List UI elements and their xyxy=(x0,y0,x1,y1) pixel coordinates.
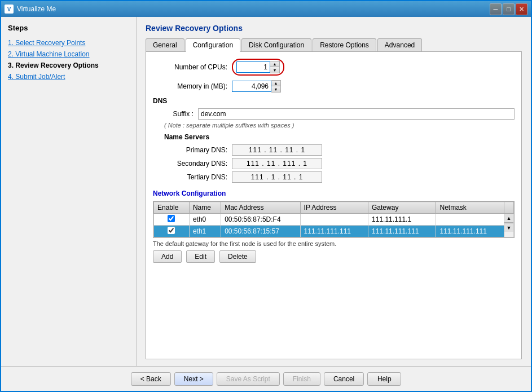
delete-button[interactable]: Delete xyxy=(219,250,256,263)
tab-restore-options[interactable]: Restore Options xyxy=(313,38,376,51)
network-table-wrap: Enable Name Mac Address IP Address Gatew… xyxy=(153,201,515,238)
eth1-netmask-cell: 111.11.111.111 xyxy=(436,226,504,237)
tertiary-dns-value: 111 . 1 . 11 . 1 xyxy=(232,171,322,183)
memory-label: Memory in (MB): xyxy=(153,82,232,90)
cpu-label: Number of CPUs: xyxy=(153,63,232,71)
network-row-eth1[interactable]: eth1 00:50:56:87:15:57 111.11.111.111 11… xyxy=(154,226,514,237)
dns-title: DNS xyxy=(153,97,515,105)
back-button[interactable]: < Back xyxy=(131,372,171,386)
tertiary-dns-row: Tertiary DNS: 111 . 1 . 11 . 1 xyxy=(164,171,515,183)
memory-increment-button[interactable]: ▲ xyxy=(271,81,280,86)
step1-link[interactable]: 1. Select Recovery Points xyxy=(8,39,85,47)
eth0-name-cell: eth0 xyxy=(189,214,221,226)
minimize-button[interactable]: ─ xyxy=(490,3,502,15)
sidebar-item-step2[interactable]: 2. Virtual Machine Location xyxy=(8,50,129,58)
sidebar: Steps 1. Select Recovery Points 2. Virtu… xyxy=(1,17,137,366)
tertiary-dns-label: Tertiary DNS: xyxy=(164,173,232,181)
finish-button[interactable]: Finish xyxy=(283,372,320,386)
col-ip: IP Address xyxy=(300,202,368,214)
network-buttons: Add Edit Delete xyxy=(153,250,515,263)
right-panel: Review Recovery Options General Configur… xyxy=(137,17,531,366)
primary-dns-value: 111 . 11 . 11 . 1 xyxy=(232,144,322,156)
eth0-enable-cell[interactable] xyxy=(154,214,190,226)
maximize-button[interactable]: □ xyxy=(503,3,515,15)
eth0-mac-cell: 00:50:56:87:5D:F4 xyxy=(221,214,300,226)
add-button[interactable]: Add xyxy=(153,250,182,263)
memory-input[interactable] xyxy=(232,81,271,92)
col-name: Name xyxy=(189,202,221,214)
dns-suffix-input[interactable] xyxy=(198,108,515,120)
panel-title: Review Recovery Options xyxy=(146,24,522,33)
title-bar-left: V Virtualize Me xyxy=(5,5,56,14)
close-button[interactable]: ✕ xyxy=(516,3,527,15)
scroll-down-button[interactable]: ▼ xyxy=(504,223,513,232)
network-note: The default gateway for the first node i… xyxy=(153,240,515,247)
cpu-decrement-button[interactable]: ▼ xyxy=(270,67,279,73)
network-table: Enable Name Mac Address IP Address Gatew… xyxy=(153,201,514,237)
tab-configuration[interactable]: Configuration xyxy=(186,38,240,52)
col-gateway: Gateway xyxy=(368,202,436,214)
eth1-mac-cell: 00:50:56:87:15:57 xyxy=(221,226,300,237)
scroll-up-button[interactable]: ▲ xyxy=(504,214,513,223)
cpu-spinner-highlight: ▲ ▼ xyxy=(232,59,284,76)
window-title: Virtualize Me xyxy=(17,5,56,13)
tab-advanced[interactable]: Advanced xyxy=(377,38,422,51)
memory-spinner-wrap: ▲ ▼ xyxy=(232,80,281,93)
cpu-input[interactable] xyxy=(236,61,270,73)
eth0-ip-cell xyxy=(300,214,368,226)
eth1-gateway-cell: 111.11.111.111 xyxy=(368,226,436,237)
eth1-enable-cell[interactable] xyxy=(154,226,190,237)
cpu-row: Number of CPUs: ▲ ▼ xyxy=(153,59,515,76)
network-row-eth0[interactable]: eth0 00:50:56:87:5D:F4 111.11.111.1 ▲ xyxy=(154,214,514,226)
sidebar-item-step3: 3. Review Recovery Options xyxy=(8,61,129,69)
col-netmask: Netmask xyxy=(436,202,504,214)
eth1-name-cell: eth1 xyxy=(189,226,221,237)
primary-dns-row: Primary DNS: 111 . 11 . 11 . 1 xyxy=(164,144,515,156)
save-as-script-button[interactable]: Save As Script xyxy=(217,372,280,386)
tab-general[interactable]: General xyxy=(146,38,184,51)
cpu-spinner-buttons: ▲ ▼ xyxy=(270,61,280,73)
secondary-dns-label: Secondary DNS: xyxy=(164,160,232,168)
primary-dns-label: Primary DNS: xyxy=(164,146,232,154)
eth1-ip-cell: 111.11.111.111 xyxy=(300,226,368,237)
secondary-dns-value: 111 . 11 . 111 . 1 xyxy=(232,158,322,169)
main-window: V Virtualize Me ─ □ ✕ Steps 1. Select Re… xyxy=(0,0,532,392)
next-button[interactable]: Next > xyxy=(174,372,213,386)
name-servers: Name Servers Primary DNS: 111 . 11 . 11 … xyxy=(164,133,515,183)
secondary-dns-row: Secondary DNS: 111 . 11 . 111 . 1 xyxy=(164,158,515,169)
col-scroll xyxy=(504,202,514,214)
cpu-increment-button[interactable]: ▲ xyxy=(270,61,279,67)
memory-row: Memory in (MB): ▲ ▼ xyxy=(153,80,515,93)
col-enable: Enable xyxy=(154,202,190,214)
step4-link[interactable]: 4. Submit Job/Alert xyxy=(8,73,65,81)
eth1-enable-checkbox[interactable] xyxy=(168,227,175,234)
sidebar-item-step1[interactable]: 1. Select Recovery Points xyxy=(8,39,129,47)
eth0-netmask-cell xyxy=(436,214,504,226)
tab-bar: General Configuration Disk Configuration… xyxy=(146,38,522,52)
cancel-button[interactable]: Cancel xyxy=(324,372,364,386)
dns-note: ( Note : separate multiple suffixes with… xyxy=(164,122,515,129)
memory-spinner-buttons: ▲ ▼ xyxy=(271,80,281,93)
network-table-header: Enable Name Mac Address IP Address Gatew… xyxy=(154,202,514,214)
cpu-spinner-wrap: ▲ ▼ xyxy=(236,61,280,73)
sidebar-item-step4[interactable]: 4. Submit Job/Alert xyxy=(8,73,129,81)
col-mac: Mac Address xyxy=(221,202,300,214)
table-scrollbar[interactable]: ▲ ▼ xyxy=(504,214,514,237)
scrollbar-container: ▲ ▼ xyxy=(504,214,513,232)
tab-disk-configuration[interactable]: Disk Configuration xyxy=(241,38,311,51)
step3-label: 3. Review Recovery Options xyxy=(8,61,99,69)
network-config: Network Configuration Enable Name Mac Ad… xyxy=(153,190,515,263)
tab-content: Number of CPUs: ▲ ▼ Memory in (MB): xyxy=(146,52,522,359)
dns-suffix-label: Suffix : xyxy=(153,110,198,118)
title-controls: ─ □ ✕ xyxy=(490,3,527,15)
help-button[interactable]: Help xyxy=(367,372,401,386)
eth0-gateway-cell: 111.11.111.1 xyxy=(368,214,436,226)
eth0-enable-checkbox[interactable] xyxy=(168,215,175,222)
main-content: Steps 1. Select Recovery Points 2. Virtu… xyxy=(1,17,531,366)
step2-link[interactable]: 2. Virtual Machine Location xyxy=(8,50,90,58)
app-icon: V xyxy=(5,5,14,14)
memory-decrement-button[interactable]: ▼ xyxy=(271,86,280,92)
edit-button[interactable]: Edit xyxy=(186,250,215,263)
bottom-bar: < Back Next > Save As Script Finish Canc… xyxy=(1,366,531,391)
dns-section: DNS Suffix : ( Note : separate multiple … xyxy=(153,97,515,183)
